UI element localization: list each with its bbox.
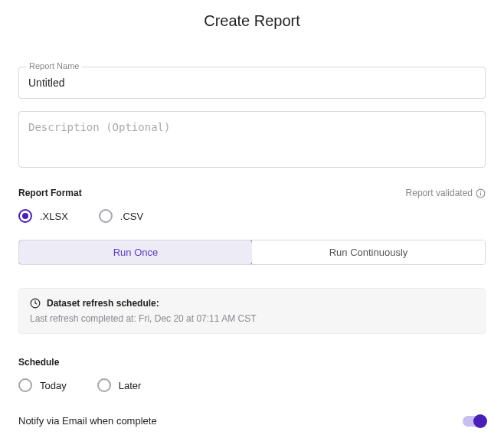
schedule-radio-later[interactable]: Later: [97, 378, 142, 392]
notify-row: Notify via Email when complete: [18, 415, 486, 427]
page-title: Create Report: [18, 12, 486, 30]
radio-label: .CSV: [120, 211, 143, 222]
radio-icon: [18, 378, 32, 392]
radio-icon: [18, 209, 32, 223]
format-radio-xlsx[interactable]: .XLSX: [18, 209, 68, 223]
info-icon[interactable]: [476, 188, 486, 198]
format-label: Report Format: [18, 188, 82, 198]
schedule-radio-today[interactable]: Today: [18, 378, 67, 392]
format-section-row: Report Format Report validated: [18, 188, 486, 198]
run-once-button[interactable]: Run Once: [18, 240, 253, 265]
run-continuously-button[interactable]: Run Continuously: [252, 240, 485, 264]
notify-toggle[interactable]: [463, 416, 486, 427]
radio-dot-icon: [22, 213, 28, 219]
refresh-title: Dataset refresh schedule:: [47, 298, 159, 309]
clock-icon: [30, 298, 41, 309]
svg-point-2: [480, 191, 481, 191]
toggle-thumb-icon: [473, 414, 487, 428]
radio-label: .XLSX: [40, 211, 68, 222]
schedule-label: Schedule: [18, 357, 486, 368]
description-input[interactable]: [18, 111, 486, 168]
validated-text: Report validated: [406, 188, 473, 198]
schedule-radio-group: Today Later: [18, 378, 486, 392]
validated-status: Report validated: [406, 188, 486, 198]
report-name-label: Report Name: [26, 61, 82, 70]
format-radio-csv[interactable]: .CSV: [99, 209, 143, 223]
radio-label: Later: [119, 380, 142, 391]
notify-label: Notify via Email when complete: [18, 415, 157, 427]
radio-label: Today: [40, 380, 67, 391]
radio-icon: [97, 378, 111, 392]
format-radio-group: .XLSX .CSV: [18, 209, 486, 223]
radio-icon: [99, 209, 113, 223]
refresh-last-text: Last refresh completed at: Fri, Dec 20 a…: [30, 313, 474, 324]
report-name-input[interactable]: [18, 67, 486, 99]
description-field-wrap: [18, 111, 486, 171]
run-mode-toggle-group: Run Once Run Continuously: [18, 240, 486, 265]
report-name-field-wrap: Report Name: [18, 67, 486, 99]
refresh-schedule-box: Dataset refresh schedule: Last refresh c…: [18, 288, 486, 334]
refresh-title-row: Dataset refresh schedule:: [30, 298, 474, 309]
